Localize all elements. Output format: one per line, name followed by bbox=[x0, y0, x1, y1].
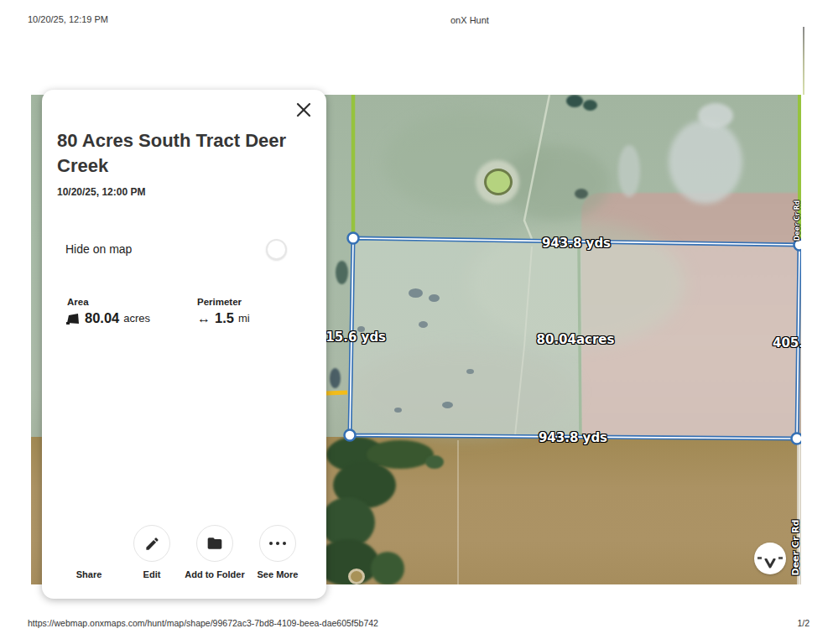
shape-info-card: 80 Acres South Tract Deer Creek 10/20/25… bbox=[42, 90, 326, 599]
hide-on-map-toggle[interactable] bbox=[266, 239, 287, 260]
close-button[interactable] bbox=[294, 101, 313, 119]
page-edge-artifact bbox=[803, 27, 804, 95]
edge-length-label-right: 405.7 bbox=[773, 335, 801, 351]
page-number: 1/2 bbox=[797, 618, 810, 628]
page-title: onX Hunt bbox=[450, 15, 489, 25]
close-icon bbox=[294, 101, 313, 119]
perimeter-label: Perimeter bbox=[197, 297, 242, 307]
road-name-label: Deer Cr Rd bbox=[790, 520, 801, 576]
area-value-row: 80.04 acres bbox=[65, 310, 150, 326]
add-to-folder-button[interactable]: Add to Folder bbox=[180, 525, 250, 579]
edge-length-label-bottom: 943.8 yds bbox=[539, 430, 607, 445]
share-icon bbox=[70, 525, 107, 562]
area-icon bbox=[65, 312, 81, 325]
edge-length-label-top: 943.8 yds bbox=[542, 236, 611, 251]
pencil-icon bbox=[144, 536, 160, 552]
edit-label: Edit bbox=[117, 569, 187, 579]
perimeter-unit: mi bbox=[238, 312, 250, 325]
shape-title-line1: 80 Acres South Tract Deer bbox=[57, 128, 313, 153]
folder-icon bbox=[206, 535, 223, 552]
shape-title: 80 Acres South Tract Deer Creek bbox=[57, 128, 313, 179]
page-url: https://webmap.onxmaps.com/hunt/map/shap… bbox=[28, 618, 378, 628]
add-to-folder-label: Add to Folder bbox=[180, 569, 250, 579]
hide-on-map-label: Hide on map bbox=[65, 242, 132, 256]
arrows-horizontal-icon: ↔ bbox=[197, 311, 211, 326]
ellipsis-icon bbox=[269, 542, 287, 546]
print-timestamp: 10/20/25, 12:19 PM bbox=[28, 14, 108, 24]
print-page: 10/20/25, 12:19 PM onX Hunt bbox=[0, 0, 833, 644]
edge-length-label-left: 415.6 yds bbox=[317, 330, 386, 345]
area-label: Area bbox=[67, 297, 89, 307]
parcel-area-label: 80.04acres bbox=[537, 332, 615, 347]
perimeter-value: 1.5 bbox=[215, 310, 234, 326]
action-bar: Share Edit Add to Folder bbox=[42, 525, 326, 588]
area-value: 80.04 bbox=[85, 310, 119, 326]
see-more-label: See More bbox=[242, 569, 313, 579]
compass-tick-west bbox=[758, 557, 762, 559]
shape-title-line2: Creek bbox=[57, 153, 313, 179]
area-unit: acres bbox=[123, 312, 150, 325]
compass-tick-east bbox=[778, 557, 783, 559]
see-more-button[interactable]: See More bbox=[242, 525, 313, 579]
compass-button[interactable] bbox=[754, 543, 786, 574]
chevron-down-icon bbox=[764, 558, 776, 569]
edit-button[interactable]: Edit bbox=[117, 525, 187, 579]
share-label: Share bbox=[54, 569, 124, 579]
road-name-label-top: Deer Cr Rd bbox=[794, 200, 801, 242]
perimeter-value-row: ↔ 1.5 mi bbox=[197, 310, 250, 326]
share-button[interactable]: Share bbox=[54, 525, 124, 579]
shape-date: 10/20/25, 12:00 PM bbox=[57, 186, 145, 198]
